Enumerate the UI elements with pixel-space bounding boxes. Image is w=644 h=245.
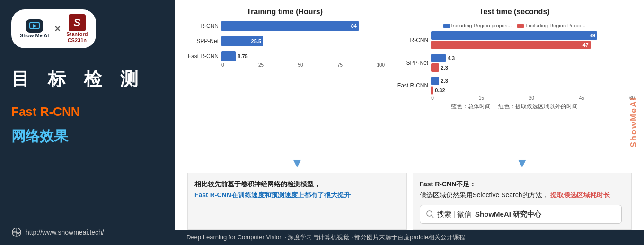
caption-blue: 蓝色：总体时间 <box>451 103 491 111</box>
card-left-bold: 相比较先前基于卷积神经网络的检测模型， <box>194 180 320 188</box>
watermark: ShowMeAI <box>623 0 644 245</box>
table-row: SPP-Net 25.5 <box>185 36 385 46</box>
test-bar-chart: R-CNN 49 47 <box>394 31 635 95</box>
training-chart-title: Training time (Hours) <box>247 8 323 16</box>
bar-sppnet-blue <box>431 54 446 62</box>
training-chart-axis: 0 25 50 75 100 <box>185 62 385 68</box>
footer-text: Deep Learning for Computer Vision · 深度学习… <box>186 233 465 242</box>
bar-fastrcnn <box>221 51 236 61</box>
stanford-logo: S StanfordCS231n <box>66 14 88 44</box>
stanford-s-icon: S <box>69 14 86 31</box>
bar-val-fastrcnn-orange: 0.32 <box>435 88 445 93</box>
bar-val-sppnet-blue: 4.3 <box>448 55 455 61</box>
card-right-bold: Fast R-CNN不足： <box>420 180 476 188</box>
arrow-row: ▼ ▼ <box>175 154 644 170</box>
bar-fastrcnn-orange <box>431 86 433 95</box>
charts-row: Training time (Hours) R-CNN 84 SPP-Net <box>175 0 644 154</box>
bar-val-sppnet-orange: 2.3 <box>441 65 448 70</box>
footer-bar: Deep Learning for Computer Vision · 深度学习… <box>175 230 644 245</box>
bar-val-fastrcnn-blue: 2.3 <box>441 78 448 84</box>
search-icon <box>426 210 434 219</box>
stanford-text-label: StanfordCS231n <box>66 31 88 44</box>
cards-row: 相比较先前基于卷积神经网络的检测模型， Fast R-CNN在训练速度和预测速度… <box>175 170 644 230</box>
table-row: R-CNN 49 47 <box>394 31 635 49</box>
card-right-highlight: 提取候选区域耗时长 <box>550 191 610 199</box>
bar-label-fastrcnn: Fast R-CNN <box>185 53 219 60</box>
section-subtitle: 网络效果 <box>11 127 164 146</box>
legend-blue-dot <box>443 24 450 28</box>
logo-area: Show Me AI × S StanfordCS231n <box>11 9 96 48</box>
bar-label-sppnet: SPP-Net <box>185 38 219 44</box>
legend-red-dot <box>517 24 524 28</box>
training-bar-chart: R-CNN 84 SPP-Net 25.5 <box>185 21 385 61</box>
test-chart-legend: Including Region propos... Excluding Reg… <box>443 23 586 28</box>
bar-wrap: 49 47 <box>431 31 635 49</box>
footer-url: http://www.showmeai.tech/ <box>26 228 104 236</box>
table-row: SPP-Net 4.3 2.3 <box>394 54 635 72</box>
caption-red: 红色：提取候选区域以外的时间 <box>498 103 578 111</box>
showmeai-icon <box>26 19 43 33</box>
card-left-highlight: Fast R-CNN在训练速度和预测速度上都有了很大提升 <box>194 191 351 199</box>
bar-label-sppnet-test: SPP-Net <box>394 60 428 66</box>
card-right: Fast R-CNN不足： 候选区域仍然采用Selective Search的方… <box>413 173 632 230</box>
page-title-cn: 目 标 检 测 <box>11 67 164 91</box>
watermark-text: ShowMeAI <box>629 97 639 148</box>
arrow-down-left: ▼ <box>291 157 304 170</box>
search-bar[interactable]: 搜索 | 微信 ShowMeAI 研究中心 <box>420 205 622 224</box>
search-label: 搜索 | 微信 ShowMeAI 研究中心 <box>437 209 542 220</box>
sidebar: Show Me AI × S StanfordCS231n 目 标 检 测 Fa… <box>0 0 175 245</box>
showmeai-logo: Show Me AI <box>20 19 49 39</box>
card-left: 相比较先前基于卷积神经网络的检测模型， Fast R-CNN在训练速度和预测速度… <box>187 173 407 230</box>
bar-rcnn-blue: 49 <box>431 31 597 40</box>
card-right-plain: 候选区域仍然采用Selective Search的方法， <box>420 191 549 199</box>
bar-label-rcnn: R-CNN <box>185 23 219 29</box>
logo-x-separator: × <box>54 23 61 35</box>
bar-val-rcnn: 84 <box>351 23 357 29</box>
main-content: Training time (Hours) R-CNN 84 SPP-Net <box>175 0 644 245</box>
table-row: Fast R-CNN 8.75 <box>185 51 385 61</box>
bar-val-rcnn-blue: 49 <box>590 33 595 38</box>
svg-line-6 <box>432 216 433 218</box>
bar-val-sppnet: 25.5 <box>251 38 261 44</box>
bar-sppnet-orange <box>431 63 439 72</box>
showmeai-text-label: Show Me AI <box>20 33 49 39</box>
bar-val-fastrcnn: 8.75 <box>238 53 247 59</box>
bar-val-rcnn-orange: 47 <box>582 42 588 48</box>
bar-fastrcnn-blue <box>431 77 439 85</box>
footer-link[interactable]: http://www.showmeai.tech/ <box>11 222 164 237</box>
test-chart-title: Test time (seconds) <box>479 8 550 16</box>
test-chart: Test time (seconds) Including Region pro… <box>394 8 635 154</box>
svg-point-5 <box>427 211 432 216</box>
svg-marker-1 <box>33 24 37 28</box>
bar-rcnn-orange: 47 <box>431 41 591 49</box>
bar-wrap: 84 <box>221 21 385 31</box>
arrow-down-right: ▼ <box>515 157 529 170</box>
test-chart-caption: 蓝色：总体时间 红色：提取候选区域以外的时间 <box>451 103 578 111</box>
table-row: R-CNN 84 <box>185 21 385 31</box>
test-chart-axis: 0 15 30 45 60 <box>394 96 635 101</box>
bar-rcnn: 84 <box>221 21 359 31</box>
bar-label-fastrcnn-test: Fast R-CNN <box>394 82 428 89</box>
bar-label-rcnn-test: R-CNN <box>394 37 428 44</box>
bar-wrap: 8.75 <box>221 51 385 61</box>
training-chart: Training time (Hours) R-CNN 84 SPP-Net <box>185 8 385 154</box>
table-row: Fast R-CNN 2.3 0.32 <box>394 77 635 95</box>
bar-sppnet: 25.5 <box>221 36 263 46</box>
section-title: Fast R-CNN <box>11 105 164 119</box>
bar-wrap: 25.5 <box>221 36 385 46</box>
